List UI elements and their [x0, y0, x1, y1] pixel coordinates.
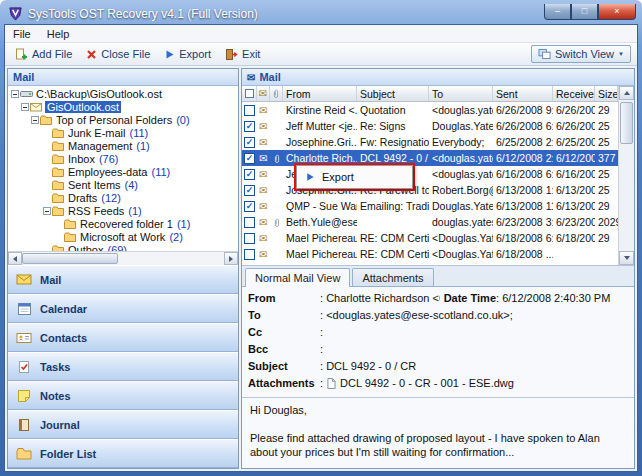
row-checkbox[interactable]	[244, 233, 255, 244]
tree-expander[interactable]	[11, 90, 19, 98]
mail-row[interactable]: ✉ Beth.Yule@ese... douglas.yates... 6/23…	[242, 214, 618, 230]
datetime-value: 6/12/2008 2:40:30 PM	[496, 292, 628, 304]
menu-help[interactable]: Help	[39, 27, 78, 41]
scroll-left-button[interactable]	[8, 252, 22, 265]
preview-tabs: Normal Mail View Attachments	[242, 266, 634, 287]
tree-item-recovered-folder-1[interactable]: Recovered folder 1 (1)	[8, 217, 238, 230]
row-checkbox[interactable]: ✓	[244, 169, 255, 180]
row-checkbox[interactable]: ✓	[244, 153, 255, 164]
tree-expander[interactable]	[43, 207, 51, 215]
envelope-icon: ✉	[259, 185, 267, 196]
subject-cell: Emailing: Tradi...	[357, 198, 429, 214]
sent-cell: 6/18/2008 6:1...	[493, 230, 553, 246]
column-header-attachment[interactable]	[270, 86, 283, 101]
column-header-from[interactable]: From	[283, 86, 357, 101]
export-button[interactable]: Export	[158, 46, 217, 62]
context-menu-export[interactable]: Export	[322, 171, 354, 183]
scroll-track[interactable]	[619, 100, 634, 251]
row-checkbox[interactable]: ✓	[244, 121, 255, 132]
folder-icon	[52, 180, 67, 190]
add-file-button[interactable]: Add File	[9, 46, 78, 63]
close-file-button[interactable]: Close File	[80, 46, 156, 62]
exit-button[interactable]: Exit	[219, 46, 266, 63]
tree-item-outbox[interactable]: Outbox (69)	[8, 243, 238, 251]
to-label: To	[248, 309, 320, 321]
scroll-track[interactable]	[22, 252, 224, 265]
nav-item-journal[interactable]: Journal	[8, 410, 238, 439]
mail-row[interactable]: ✓ ✉ Jeff Mutter <je... Re: Signs Douglas…	[242, 118, 618, 134]
vertical-scrollbar[interactable]	[618, 86, 634, 265]
column-header-envelope[interactable]: ✉	[257, 86, 270, 101]
tab-normal-mail-view[interactable]: Normal Mail View	[245, 268, 350, 287]
switch-view-button[interactable]: Switch View ▼	[531, 45, 631, 63]
tree-item-top-of-personal-folders[interactable]: Top of Personal Folders (0)	[8, 113, 238, 126]
to-cell: <douglas.yate...	[429, 166, 493, 182]
to-cell: Douglas.Yates...	[429, 118, 493, 134]
drive-icon	[20, 89, 35, 99]
column-header-checkbox[interactable]	[242, 86, 257, 101]
attachment-file-name[interactable]: DCL 9492 - 0 - CR - 001 - ESE.dwg	[340, 377, 514, 389]
add-file-label: Add File	[32, 48, 72, 60]
scroll-thumb[interactable]	[620, 102, 633, 144]
nav-item-notes[interactable]: Notes	[8, 381, 238, 410]
tree-item-junk-email[interactable]: Junk E-mail (11)	[8, 126, 238, 139]
tree-item-employees-data[interactable]: Employees-data (11)	[8, 165, 238, 178]
mail-row[interactable]: ✉ Kirstine Reid <... Quotation <douglas.…	[242, 102, 618, 118]
tree-item-rss-feeds[interactable]: RSS Feeds (1)	[8, 204, 238, 217]
maximize-button[interactable]: □	[571, 4, 598, 20]
folder-icon	[52, 193, 67, 203]
tree-item-management[interactable]: Management (1)	[8, 139, 238, 152]
tree-item-gisoutlook[interactable]: GisOutlook.ost	[8, 100, 238, 113]
app-logo-icon	[8, 6, 23, 21]
mail-row[interactable]: ✓ ✉ QMP - Sue War... Emailing: Tradi... …	[242, 198, 618, 214]
mail-row[interactable]: ✉ Mael Pichereau... RE: CDM Certifi... <…	[242, 230, 618, 246]
row-checkbox[interactable]: ✓	[244, 137, 255, 148]
mail-row[interactable]: ✓ ✉ Josephine.Gri... Fw: Resignatio... E…	[242, 134, 618, 150]
column-header-subject[interactable]: Subject	[357, 86, 429, 101]
row-checkbox[interactable]	[244, 217, 255, 228]
tree-expander[interactable]	[31, 116, 39, 124]
scroll-down-button[interactable]	[619, 251, 634, 265]
tab-attachments[interactable]: Attachments	[352, 268, 433, 286]
scroll-right-button[interactable]	[224, 252, 238, 265]
mail-row[interactable]: ✉ Mael Pichereau... RE: CDM Certifi... <…	[242, 246, 618, 262]
size-cell: 2029	[595, 214, 618, 230]
horizontal-scrollbar[interactable]	[8, 251, 238, 265]
window-title: SysTools OST Recovery v4.1 (Full Version…	[28, 7, 539, 21]
nav-item-mail[interactable]: Mail	[8, 265, 238, 294]
nav-item-folder-list[interactable]: Folder List	[8, 439, 238, 468]
scroll-up-button[interactable]	[619, 86, 634, 100]
nav-item-tasks[interactable]: Tasks	[8, 352, 238, 381]
row-checkbox[interactable]: ✓	[244, 201, 255, 212]
subject-cell: Quotation	[357, 102, 429, 118]
nav-item-label: Calendar	[40, 303, 87, 315]
menu-file[interactable]: File	[5, 27, 39, 41]
column-header-sent[interactable]: Sent	[493, 86, 553, 101]
row-checkbox[interactable]	[244, 249, 255, 260]
nav-item-calendar[interactable]: Calendar	[8, 294, 238, 323]
tree-item-sent-items[interactable]: Sent Items (4)	[8, 178, 238, 191]
tree-expander[interactable]	[21, 103, 29, 111]
title-bar: SysTools OST Recovery v4.1 (Full Version…	[4, 0, 638, 24]
column-header-to[interactable]: To	[429, 86, 493, 101]
tree-item-root[interactable]: C:\Backup\GisOutlook.ost	[8, 87, 238, 100]
left-panel-title: Mail	[13, 71, 34, 83]
from-label: From	[248, 292, 320, 304]
column-header-received[interactable]: Received	[553, 86, 595, 101]
scroll-thumb[interactable]	[22, 253, 118, 264]
tree-item-drafts[interactable]: Drafts (12)	[8, 191, 238, 204]
tree-item-inbox[interactable]: Inbox (76)	[8, 152, 238, 165]
minimize-button[interactable]: –	[544, 4, 571, 20]
nav-item-label: Folder List	[40, 448, 96, 460]
tree-item-microsoft-at-work[interactable]: Microsoft at Work (2)	[8, 230, 238, 243]
size-cell: 377	[595, 150, 618, 166]
row-checkbox[interactable]	[244, 105, 255, 116]
envelope-icon: ✉	[259, 105, 267, 116]
envelope-icon: ✉	[259, 233, 267, 244]
row-checkbox[interactable]: ✓	[244, 185, 255, 196]
nav-item-contacts[interactable]: Contacts	[8, 323, 238, 352]
column-header-size[interactable]: Size(KB)	[595, 86, 618, 101]
to-cell: douglas.yates...	[429, 214, 493, 230]
close-button[interactable]: ×	[598, 4, 636, 20]
folder-list-icon	[14, 447, 34, 460]
